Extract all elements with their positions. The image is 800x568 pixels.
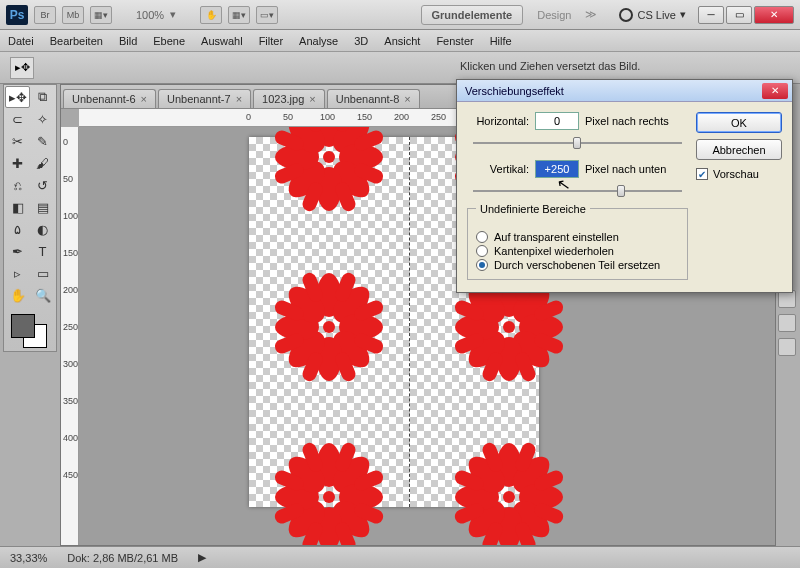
screen-mode-icon[interactable]: ▭▾ <box>256 6 278 24</box>
blur-tool[interactable]: ۵ <box>5 218 30 240</box>
doc-maximize-button[interactable]: ▭ <box>726 6 752 24</box>
history-brush-tool[interactable]: ↺ <box>30 174 55 196</box>
menubar: Datei Bearbeiten Bild Ebene Auswahl Filt… <box>0 30 800 52</box>
gradient-tool[interactable]: ▤ <box>30 196 55 218</box>
dodge-tool[interactable]: ◐ <box>30 218 55 240</box>
app-titlebar: Ps Br Mb ▦▾ 100% ▾ ✋ ▦▾ ▭▾ Grundelemente… <box>0 0 800 30</box>
tool-tip: Klicken und Ziehen versetzt das Bild. <box>460 60 640 72</box>
right-dock <box>778 290 798 356</box>
doc-close-button[interactable]: ✕ <box>754 6 794 24</box>
workspace-design[interactable]: Design <box>529 9 579 21</box>
dock-panel-icon[interactable] <box>778 338 796 356</box>
shape-tool[interactable]: ▭ <box>30 262 55 284</box>
horizontal-suffix: Pixel nach rechts <box>585 115 669 127</box>
status-zoom[interactable]: 33,33% <box>10 552 47 564</box>
vertical-label: Vertikal: <box>467 163 529 175</box>
menu-filter[interactable]: Filter <box>259 35 283 47</box>
radio-transparent[interactable]: Auf transparent einstellen <box>476 231 679 243</box>
menu-bild[interactable]: Bild <box>119 35 137 47</box>
brush-tool[interactable]: 🖌 <box>30 152 55 174</box>
hand-tool[interactable]: ✋ <box>5 284 30 306</box>
status-doc-size[interactable]: Dok: 2,86 MB/2,61 MB <box>67 552 178 564</box>
tab-unbenannt-8[interactable]: Unbenannt-8× <box>327 89 420 108</box>
menu-ebene[interactable]: Ebene <box>153 35 185 47</box>
undefined-areas-fieldset: Undefinierte Bereiche Auf transparent ei… <box>467 208 688 280</box>
menu-3d[interactable]: 3D <box>354 35 368 47</box>
workspace-more-icon[interactable]: ≫ <box>585 8 597 21</box>
ok-button[interactable]: OK <box>696 112 782 133</box>
dialog-close-button[interactable]: ✕ <box>762 83 788 99</box>
radio-wrap-around[interactable]: Durch verschobenen Teil ersetzen <box>476 259 679 271</box>
hand-tool-icon[interactable]: ✋ <box>200 6 222 24</box>
menu-analyse[interactable]: Analyse <box>299 35 338 47</box>
menu-auswahl[interactable]: Auswahl <box>201 35 243 47</box>
doc-minimize-button[interactable]: ─ <box>698 6 724 24</box>
dialog-title: Verschiebungseffekt <box>465 85 564 97</box>
move-tool[interactable]: ▸✥ <box>5 86 30 108</box>
healing-tool[interactable]: ✚ <box>5 152 30 174</box>
status-bar: 33,33% Dok: 2,86 MB/2,61 MB ▶ <box>0 546 800 568</box>
horizontal-input[interactable] <box>535 112 579 130</box>
vertical-input[interactable] <box>535 160 579 178</box>
menu-hilfe[interactable]: Hilfe <box>490 35 512 47</box>
tab-unbenannt-6[interactable]: Unbenannt-6× <box>63 89 156 108</box>
horizontal-slider[interactable] <box>467 134 688 152</box>
zoom-tool[interactable]: 🔍 <box>30 284 55 306</box>
zoom-level[interactable]: 100% <box>136 9 164 21</box>
crop-tool[interactable]: ✂ <box>5 130 30 152</box>
menu-fenster[interactable]: Fenster <box>436 35 473 47</box>
tab-unbenannt-7[interactable]: Unbenannt-7× <box>158 89 251 108</box>
dock-panel-icon[interactable] <box>778 314 796 332</box>
ps-logo: Ps <box>6 5 28 25</box>
pen-tool[interactable]: ✒ <box>5 240 30 262</box>
zoom-dropdown-icon[interactable]: ▾ <box>170 8 176 21</box>
toolbox: ▸✥⧉ ⊂✧ ✂✎ ✚🖌 ⎌↺ ◧▤ ۵◐ ✒T ▹▭ ✋🔍 <box>3 84 57 352</box>
close-icon[interactable]: × <box>404 93 410 105</box>
move-tool-icon[interactable]: ▸✥ <box>10 57 34 79</box>
menu-bearbeiten[interactable]: Bearbeiten <box>50 35 103 47</box>
cancel-button[interactable]: Abbrechen <box>696 139 782 160</box>
radio-repeat-edge[interactable]: Kantenpixel wiederholen <box>476 245 679 257</box>
artboard-tool[interactable]: ⧉ <box>30 86 55 108</box>
close-icon[interactable]: × <box>309 93 315 105</box>
type-tool[interactable]: T <box>30 240 55 262</box>
view-extras-icon[interactable]: ▦▾ <box>90 6 112 24</box>
preview-checkbox[interactable]: ✔Vorschau <box>696 168 782 180</box>
magic-wand-tool[interactable]: ✧ <box>30 108 55 130</box>
minibridge-icon[interactable]: Mb <box>62 6 84 24</box>
close-icon[interactable]: × <box>141 93 147 105</box>
workspace-essentials[interactable]: Grundelemente <box>421 5 524 25</box>
foreground-swatch[interactable] <box>11 314 35 338</box>
cslive-button[interactable]: CS Live ▾ <box>619 8 686 22</box>
horizontal-label: Horizontal: <box>467 115 529 127</box>
close-icon[interactable]: × <box>236 93 242 105</box>
eyedropper-tool[interactable]: ✎ <box>30 130 55 152</box>
menu-ansicht[interactable]: Ansicht <box>384 35 420 47</box>
arrange-docs-icon[interactable]: ▦▾ <box>228 6 250 24</box>
eraser-tool[interactable]: ◧ <box>5 196 30 218</box>
offset-dialog: Verschiebungseffekt ✕ Horizontal: Pixel … <box>456 79 793 293</box>
bridge-icon[interactable]: Br <box>34 6 56 24</box>
color-swatches[interactable] <box>5 310 55 350</box>
ruler-vertical[interactable]: 050100150200250300350400450 <box>61 127 79 545</box>
fieldset-legend: Undefinierte Bereiche <box>476 203 590 215</box>
path-select-tool[interactable]: ▹ <box>5 262 30 284</box>
status-arrow-icon[interactable]: ▶ <box>198 551 206 564</box>
dialog-titlebar[interactable]: Verschiebungseffekt ✕ <box>457 80 792 102</box>
vertical-suffix: Pixel nach unten <box>585 163 666 175</box>
vertical-slider[interactable] <box>467 182 688 200</box>
menu-datei[interactable]: Datei <box>8 35 34 47</box>
lasso-tool[interactable]: ⊂ <box>5 108 30 130</box>
stamp-tool[interactable]: ⎌ <box>5 174 30 196</box>
tab-1023[interactable]: 1023.jpg× <box>253 89 325 108</box>
